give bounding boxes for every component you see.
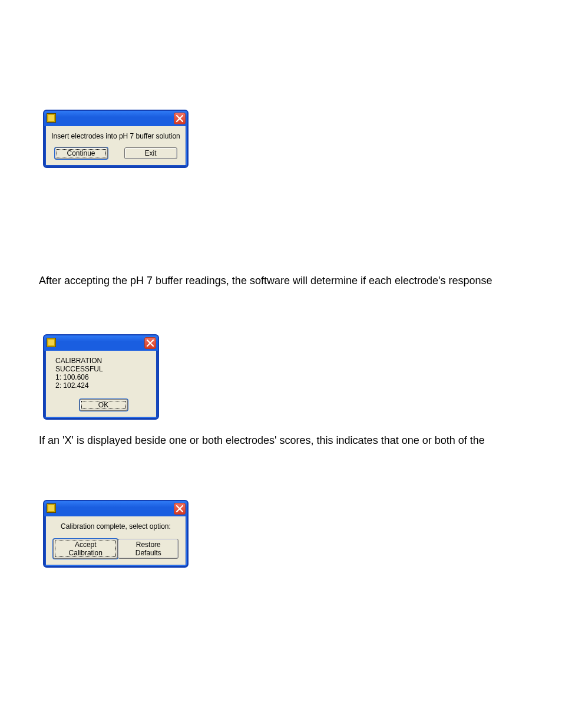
close-button[interactable]	[174, 113, 186, 124]
titlebar	[44, 111, 187, 126]
close-icon	[176, 505, 184, 513]
button-row: OK	[55, 399, 151, 411]
button-row: Continue Exit	[51, 147, 181, 159]
titlebar	[44, 335, 158, 351]
close-button[interactable]	[174, 503, 186, 515]
body-text: After accepting the pH 7 buffer readings…	[39, 274, 534, 288]
dialog-ph7-buffer: Insert electrodes into pH 7 buffer solut…	[43, 110, 189, 168]
dialog-body: Insert electrodes into pH 7 buffer solut…	[45, 126, 186, 166]
electrode-1-score: 1: 100.606	[55, 373, 151, 381]
dialog-message: Calibration complete, select option:	[51, 522, 181, 531]
close-button[interactable]	[144, 337, 156, 349]
calibration-status: CALIBRATION SUCCESSFUL	[55, 357, 151, 373]
dialog-message: Insert electrodes into pH 7 buffer solut…	[51, 132, 181, 140]
ok-button[interactable]: OK	[80, 399, 128, 411]
dialog-calibration-result: CALIBRATION SUCCESSFUL 1: 100.606 2: 102…	[43, 334, 159, 420]
button-row: Accept Calibration Restore Defaults	[51, 539, 181, 559]
dialog-calibration-complete: Calibration complete, select option: Acc…	[43, 500, 189, 568]
dialog-body: CALIBRATION SUCCESSFUL 1: 100.606 2: 102…	[45, 351, 157, 417]
titlebar	[44, 501, 187, 516]
continue-button[interactable]: Continue	[55, 147, 108, 159]
accept-calibration-button[interactable]: Accept Calibration	[53, 539, 118, 559]
dialog-body: Calibration complete, select option: Acc…	[45, 516, 186, 565]
body-text: If an 'X' is displayed beside one or bot…	[39, 434, 534, 447]
restore-defaults-button[interactable]: Restore Defaults	[118, 539, 178, 559]
app-icon	[47, 503, 56, 513]
electrode-2-score: 2: 102.424	[55, 381, 151, 390]
app-icon	[47, 338, 56, 347]
exit-button[interactable]: Exit	[124, 147, 177, 159]
app-icon	[47, 113, 56, 123]
document-page: Insert electrodes into pH 7 buffer solut…	[0, 0, 562, 728]
close-icon	[176, 114, 184, 123]
close-icon	[146, 339, 154, 347]
